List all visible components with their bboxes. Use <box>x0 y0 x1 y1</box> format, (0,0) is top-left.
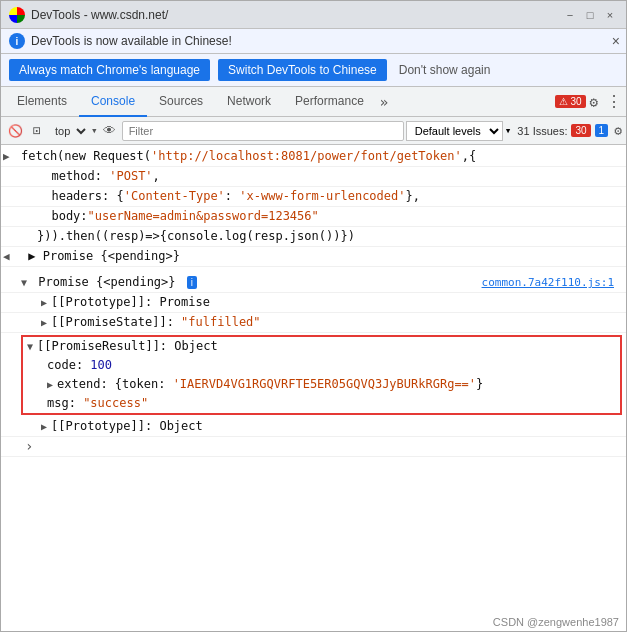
console-settings-icon[interactable]: ⚙ <box>614 123 622 138</box>
promise-result-box: ▼ [[PromiseResult]]: Object code: 100 ▶ … <box>21 335 622 415</box>
tab-sources[interactable]: Sources <box>147 87 215 117</box>
info-icon: i <box>9 33 25 49</box>
minimize-button[interactable]: − <box>562 7 578 23</box>
promise-msg-line: msg: "success" <box>23 394 620 413</box>
switch-language-button[interactable]: Switch DevTools to Chinese <box>218 59 387 81</box>
console-toolbar: 🚫 ⊡ top ▾ 👁 Default levels ▾ 31 Issues: … <box>1 117 626 145</box>
tab-network[interactable]: Network <box>215 87 283 117</box>
tabs-more-button[interactable]: » <box>376 94 392 110</box>
console-indent-line: headers: {'Content-Type': 'x-www-form-ur… <box>1 187 626 207</box>
tab-performance[interactable]: Performance <box>283 87 376 117</box>
console-fetch-line: ▶ fetch(new Request('http://localhost:80… <box>1 147 626 167</box>
footer-brand: CSDN @zengwenhe1987 <box>493 616 619 628</box>
filter-input[interactable] <box>122 121 404 141</box>
expand-arrow[interactable]: ▼ <box>21 274 27 291</box>
console-indent-line: method: 'POST', <box>1 167 626 187</box>
issues-badge-red: 30 <box>571 124 590 137</box>
lang-bar: Always match Chrome's language Switch De… <box>1 54 626 87</box>
promise-result-header: ▼ [[PromiseResult]]: Object <box>23 337 620 356</box>
context-arrow-icon: ▾ <box>91 124 98 137</box>
clear-console-icon[interactable]: 🚫 <box>5 121 25 141</box>
title-bar-text: DevTools - www.csdn.net/ <box>31 8 562 22</box>
source-link[interactable]: common.7a42f110.js:1 <box>482 274 622 291</box>
tab-console[interactable]: Console <box>79 87 147 117</box>
levels-select[interactable]: Default levels <box>406 121 503 141</box>
nav-right-arrow[interactable]: › <box>21 438 37 455</box>
console-sub-line: ▶ [[PromiseState]]: "fulfilled" <box>1 313 626 333</box>
promise-extend-line: ▶ extend: {token: 'IAERVD4VG1RGQVRFTE5ER… <box>23 375 620 394</box>
console-indent-line: })).then((resp)=>{console.log(resp.json(… <box>1 227 626 247</box>
console-nav-line: › <box>1 437 626 457</box>
devtools-settings-icon[interactable]: ⚙ <box>590 94 598 110</box>
expand-promise-result[interactable]: ▼ <box>27 338 33 355</box>
expand-extend[interactable]: ▶ <box>47 376 53 393</box>
match-language-button[interactable]: Always match Chrome's language <box>9 59 210 81</box>
info-bar: i DevTools is now available in Chinese! … <box>1 29 626 54</box>
chrome-icon <box>9 7 25 23</box>
info-text: DevTools is now available in Chinese! <box>31 34 618 48</box>
console-proto-line: ▶ [[Prototype]]: Object <box>1 417 626 437</box>
close-button[interactable]: × <box>602 7 618 23</box>
console-indent-line: body:"userName=admin&password=123456" <box>1 207 626 227</box>
issues-section: 31 Issues: 30 1 <box>517 124 608 137</box>
tab-elements[interactable]: Elements <box>5 87 79 117</box>
eye-icon[interactable]: 👁 <box>100 121 120 141</box>
window-controls: − □ × <box>562 7 618 23</box>
devtools-more-icon[interactable]: ⋮ <box>606 92 622 111</box>
collapse-icon[interactable]: ⊡ <box>27 121 47 141</box>
console-sub-line: ▶ [[Prototype]]: Promise <box>1 293 626 313</box>
error-badge: ⚠ 30 <box>555 95 586 108</box>
title-bar: DevTools - www.csdn.net/ − □ × <box>1 1 626 29</box>
console-output: ▶ fetch(new Request('http://localhost:80… <box>1 145 626 623</box>
dont-show-again-button[interactable]: Don't show again <box>399 63 491 77</box>
collapse-arrow2[interactable]: ▶ <box>41 294 47 311</box>
info-badge: i <box>187 276 197 289</box>
context-select[interactable]: top <box>49 123 89 139</box>
tabs-bar: Elements Console Sources Network Perform… <box>1 87 626 117</box>
collapse-proto-arrow[interactable]: ▶ <box>41 418 47 435</box>
promise-code-line: code: 100 <box>23 356 620 375</box>
issues-badge-blue: 1 <box>595 124 609 137</box>
console-promise-line: ◀ ▶ Promise {<pending>} <box>1 247 626 267</box>
collapse-arrow3[interactable]: ▶ <box>41 314 47 331</box>
maximize-button[interactable]: □ <box>582 7 598 23</box>
console-promise-pending-line: ▼ Promise {<pending>} i common.7a42f110.… <box>1 273 626 293</box>
collapse-arrow[interactable]: ◀ <box>3 248 10 265</box>
info-close-button[interactable]: × <box>612 33 620 49</box>
prompt-arrow: ▶ <box>3 148 10 165</box>
